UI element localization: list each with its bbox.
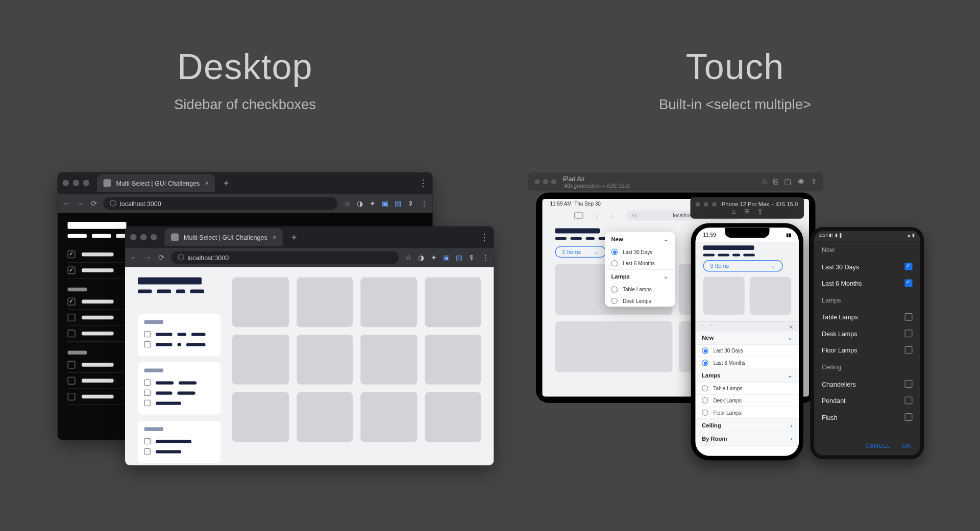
select-option[interactable]: Last 30 Days bbox=[814, 258, 920, 275]
window-controls[interactable] bbox=[63, 180, 90, 187]
result-card[interactable] bbox=[703, 277, 745, 315]
browser-menu-icon[interactable]: ⋮ bbox=[419, 178, 428, 188]
select-option[interactable]: Chandeliers bbox=[814, 375, 920, 392]
checkbox[interactable] bbox=[68, 250, 76, 258]
select-option[interactable]: Floor Lamps bbox=[696, 407, 799, 419]
select-option[interactable]: Table Lamps bbox=[605, 284, 675, 295]
screenshot-icon[interactable]: ⎘ bbox=[773, 178, 778, 187]
dismiss-keyboard-icon[interactable]: ✕ bbox=[789, 323, 794, 330]
puzzle-icon[interactable]: ✦ bbox=[431, 254, 436, 262]
checkbox[interactable] bbox=[144, 331, 151, 338]
result-card[interactable] bbox=[425, 392, 481, 442]
overflow-icon[interactable]: ⋮ bbox=[421, 199, 428, 208]
select-option[interactable]: Desk Lamps bbox=[696, 395, 799, 407]
reload-icon[interactable]: ⟳ bbox=[91, 199, 97, 208]
browser-tab[interactable]: Multi-Select | GUI Challenges × bbox=[97, 174, 215, 192]
checkbox[interactable] bbox=[144, 400, 151, 407]
overflow-icon[interactable]: ⋮ bbox=[482, 254, 489, 262]
devtools-icon-2[interactable]: ▤ bbox=[395, 199, 401, 208]
cancel-button[interactable]: CANCEL bbox=[866, 443, 891, 449]
select-option[interactable]: Table Lamps bbox=[696, 383, 799, 395]
home-icon[interactable]: ⌂ bbox=[732, 208, 736, 215]
select-option[interactable]: Table Lamps bbox=[814, 309, 920, 325]
share-icon[interactable]: ⇪ bbox=[811, 178, 817, 187]
result-card[interactable] bbox=[297, 335, 353, 385]
select-option[interactable]: Last 6 Months bbox=[605, 258, 675, 269]
screenshot-icon[interactable]: ⎘ bbox=[745, 208, 749, 215]
checkbox[interactable] bbox=[68, 377, 76, 385]
forward-icon[interactable]: → bbox=[77, 199, 84, 208]
ok-button[interactable]: OK bbox=[902, 443, 911, 449]
result-card[interactable] bbox=[555, 321, 673, 372]
back-icon[interactable]: ← bbox=[130, 253, 138, 262]
checkbox[interactable] bbox=[144, 380, 151, 386]
result-card[interactable] bbox=[425, 335, 481, 385]
result-card[interactable] bbox=[232, 392, 289, 442]
checkbox[interactable] bbox=[68, 298, 76, 306]
chevron-down-icon[interactable]: ⌄ bbox=[664, 236, 669, 243]
result-card[interactable] bbox=[232, 335, 289, 385]
select-option[interactable]: Pendant bbox=[814, 392, 920, 409]
window-controls[interactable] bbox=[130, 234, 157, 241]
mic-icon[interactable]: 🎙 bbox=[407, 199, 414, 207]
checkbox[interactable] bbox=[68, 330, 76, 337]
new-tab-button[interactable]: ＋ bbox=[289, 232, 299, 243]
checkbox[interactable] bbox=[144, 448, 151, 455]
reload-icon[interactable]: ⟳ bbox=[158, 253, 165, 262]
select-option[interactable]: Desk Lamps bbox=[605, 295, 675, 307]
rotate-icon[interactable]: ▢ bbox=[784, 178, 791, 187]
close-tab-icon[interactable]: × bbox=[205, 179, 209, 187]
chevron-down-icon[interactable]: ⌄ bbox=[788, 372, 793, 379]
site-info-icon[interactable]: ⓘ bbox=[178, 253, 184, 262]
checkbox[interactable] bbox=[68, 393, 76, 400]
browser-tab[interactable]: Multi-Select | GUI Challenges × bbox=[165, 229, 283, 246]
chevron-right-icon[interactable]: › bbox=[791, 422, 793, 429]
select-option[interactable]: Flush bbox=[814, 409, 920, 425]
mic-icon[interactable]: 🎙 bbox=[469, 254, 476, 262]
checkbox[interactable] bbox=[144, 390, 151, 396]
bookmark-icon[interactable]: ☆ bbox=[344, 199, 351, 208]
puzzle-icon[interactable]: ✦ bbox=[370, 199, 375, 208]
forward-icon[interactable]: › bbox=[611, 211, 614, 220]
chevron-right-icon[interactable]: › bbox=[791, 436, 793, 442]
devtools-icon[interactable]: ▣ bbox=[443, 254, 450, 262]
address-bar[interactable]: ⓘ localhost:3000 bbox=[104, 197, 338, 210]
result-card[interactable] bbox=[750, 277, 791, 315]
extension-icon[interactable]: ◑ bbox=[418, 254, 425, 262]
close-tab-icon[interactable]: × bbox=[273, 234, 277, 241]
back-icon[interactable]: ← bbox=[63, 199, 70, 208]
chevron-down-icon[interactable]: ⌄ bbox=[788, 335, 793, 341]
extension-icon[interactable]: ◑ bbox=[357, 199, 363, 208]
checkbox[interactable] bbox=[68, 314, 76, 321]
multiselect-summary-button[interactable]: 2 Items⌄ bbox=[555, 246, 606, 258]
checkbox[interactable] bbox=[144, 341, 151, 348]
result-card[interactable] bbox=[232, 277, 289, 327]
devtools-icon-2[interactable]: ▤ bbox=[456, 254, 462, 262]
prev-field-icon[interactable]: ˄ bbox=[701, 323, 704, 330]
next-field-icon[interactable]: ˅ bbox=[710, 323, 713, 330]
select-option[interactable]: Last 6 Months bbox=[814, 275, 920, 292]
share-icon[interactable]: ⇪ bbox=[757, 208, 763, 215]
bookmark-icon[interactable]: ☆ bbox=[405, 254, 412, 262]
home-icon[interactable]: ⌂ bbox=[762, 178, 767, 187]
chevron-down-icon[interactable]: ⌄ bbox=[664, 273, 669, 280]
site-info-icon[interactable]: ⓘ bbox=[110, 199, 116, 208]
select-option[interactable]: Last 30 Days bbox=[696, 345, 799, 357]
appearance-icon[interactable]: ✺ bbox=[798, 178, 804, 187]
select-option[interactable]: Desk Lamps bbox=[814, 325, 920, 342]
safari-sidebar-button[interactable] bbox=[574, 212, 583, 219]
select-option[interactable]: Floor Lamps bbox=[814, 342, 920, 359]
result-card[interactable] bbox=[297, 277, 353, 327]
result-card[interactable] bbox=[360, 277, 417, 327]
new-tab-button[interactable]: ＋ bbox=[222, 178, 231, 189]
select-option[interactable]: Last 30 Days bbox=[605, 246, 675, 258]
result-card[interactable] bbox=[425, 277, 481, 327]
forward-icon[interactable]: → bbox=[144, 253, 152, 262]
browser-menu-icon[interactable]: ⋮ bbox=[480, 232, 489, 242]
checkbox[interactable] bbox=[68, 267, 76, 274]
select-option[interactable]: Last 6 Months bbox=[696, 357, 799, 369]
checkbox[interactable] bbox=[68, 361, 76, 369]
back-icon[interactable]: ‹ bbox=[596, 211, 599, 220]
result-card[interactable] bbox=[360, 392, 417, 442]
devtools-icon[interactable]: ▣ bbox=[382, 199, 388, 208]
